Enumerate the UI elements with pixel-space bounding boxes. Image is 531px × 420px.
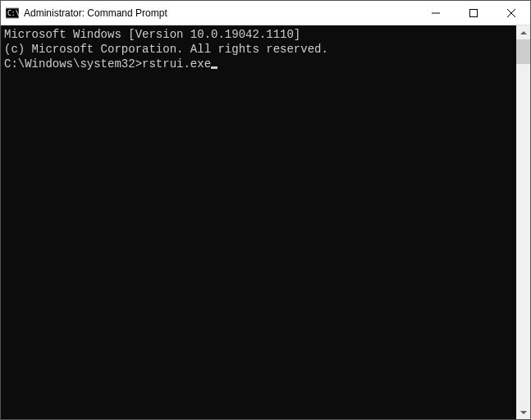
- terminal-area: Microsoft Windows [Version 10.0.19042.11…: [1, 25, 530, 419]
- vertical-scrollbar[interactable]: [516, 25, 530, 419]
- minimize-button[interactable]: [417, 1, 455, 25]
- titlebar[interactable]: C:\ Administrator: Command Prompt: [1, 1, 530, 25]
- svg-marker-7: [520, 411, 527, 414]
- window-title: Administrator: Command Prompt: [24, 7, 417, 19]
- prompt-text: C:\Windows\system32>: [4, 57, 142, 71]
- svg-rect-3: [470, 9, 478, 16]
- cmd-icon: C:\: [6, 7, 19, 20]
- close-button[interactable]: [492, 1, 530, 25]
- scroll-thumb[interactable]: [516, 39, 530, 64]
- svg-text:C:\: C:\: [7, 10, 19, 17]
- scroll-down-arrow[interactable]: [516, 405, 530, 419]
- scroll-up-arrow[interactable]: [516, 25, 530, 39]
- command-prompt-window: C:\ Administrator: Command Prompt Micros…: [0, 0, 531, 420]
- terminal[interactable]: Microsoft Windows [Version 10.0.19042.11…: [1, 25, 516, 419]
- command-input[interactable]: rstrui.exe: [142, 57, 211, 71]
- output-line: Microsoft Windows [Version 10.0.19042.11…: [4, 27, 513, 42]
- window-controls: [417, 1, 530, 25]
- cursor: [211, 66, 217, 69]
- maximize-button[interactable]: [455, 1, 492, 25]
- output-line: (c) Microsoft Corporation. All rights re…: [4, 42, 513, 57]
- svg-marker-6: [520, 31, 527, 34]
